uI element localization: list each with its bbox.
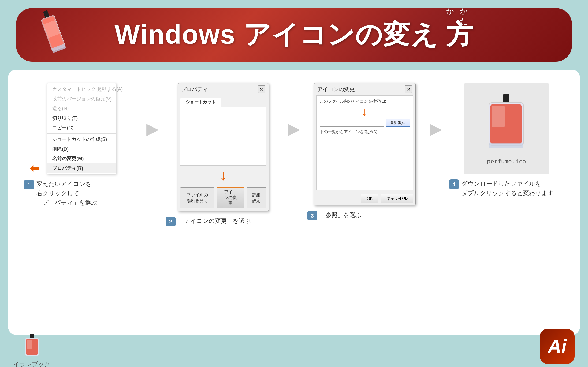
step-4-column: perfume.ico 4 ダウンロードしたファイルをダブルクリックすると変わり… [446,83,567,198]
search-label: このファイル内のアイコンを検索(L): [320,99,410,104]
step-1-column: カスタマートピック 起動する(A) 以前のバージョンの復元(V) 送る(N) 切… [21,83,142,208]
bottom-section: イラレブック Ai イラスト [0,335,588,367]
step-4-visual: perfume.ico [446,83,567,174]
arrow-3-4: ▶ [425,83,446,174]
step-1-visual: カスタマートピック 起動する(A) 以前のバージョンの復元(V) 送る(N) 切… [21,83,142,174]
menu-item-5: コピー(C) [47,123,116,133]
step-2-desc: 「アイコンの変更」を選ぶ [178,216,251,226]
change-icon-button[interactable]: アイコンの変更 [217,187,244,208]
svg-rect-8 [492,106,505,127]
dialog-title-2: プロパティ [181,86,208,93]
result-box: perfume.ico [464,83,549,174]
step-1-text: 1 変えたいアイコンを右クリックして「プロパティ」を選ぶ [21,179,142,208]
properties-dialog: プロパティ ✕ ショートカット ↓ ファイルの場所を開く アイコンの変更 詳細設… [178,83,269,211]
svg-rect-5 [503,94,509,103]
menu-item-properties[interactable]: プロパティ(R) ⬅ [47,163,116,173]
icon-ok-button[interactable]: OK [361,194,378,203]
step-2-number: 2 [166,217,176,226]
shortcut-tab[interactable]: ショートカット [180,98,221,107]
dialog-body-2 [180,107,266,166]
step-4-text: 4 ダウンロードしたファイルをダブルクリックすると変わります [446,179,567,198]
menu-item-2: 以前のバージョンの復元(V) [47,94,116,104]
step-2-column: プロパティ ✕ ショートカット ↓ ファイルの場所を開く アイコンの変更 詳細設… [163,83,284,226]
icon-list-area [320,136,410,184]
result-filename: perfume.ico [487,158,526,165]
dialog-titlebar-3: アイコンの変更 ✕ [314,83,415,95]
dialog-close-button-2[interactable]: ✕ [258,85,265,93]
open-location-button[interactable]: ファイルの場所を開く [180,187,214,208]
furigana-ka: か [446,8,458,27]
icon-dialog-footer: OK キャンセル [314,192,415,205]
menu-item-8: 名前の変更(M) [47,154,116,163]
step-4-desc: ダウンロードしたファイルをダブルクリックすると変わります [462,179,554,198]
bottom-perfume-icon [21,334,43,359]
main-content-area: カスタマートピック 起動する(A) 以前のバージョンの復元(V) 送る(N) 切… [8,70,580,335]
bottom-right-label: イラスト [545,365,570,367]
step-1-number: 1 [24,180,34,189]
step-1-desc: 変えたいアイコンを右クリックして「プロパティ」を選ぶ [36,179,97,208]
icon-cancel-button[interactable]: キャンセル [381,194,413,203]
arrow-right-icon-2: ▶ [288,119,300,138]
steps-container: カスタマートピック 起動する(A) 以前のバージョンの復元(V) 送る(N) 切… [21,83,567,321]
step-2-text: 2 「アイコンの変更」を選ぶ [163,216,284,226]
list-label: 下の一覧からアイコンを選択(S): [320,129,410,134]
header-banner: Windows アイコンの変え か かた 方 [16,8,572,62]
furigana-kata: かた [458,8,474,27]
svg-rect-9 [489,143,523,148]
dialog-tabs-2: ショートカット [178,95,269,107]
arrow-to-properties: ⬅ [29,161,40,175]
step-3-text: 3 「参照」を選ぶ [305,210,425,220]
menu-item-6: ショートカットの作成(S) [47,134,116,144]
menu-item-7: 削除(D) [47,144,116,154]
menu-item-3: 送る(N) [47,104,116,113]
menu-item-4: 切り取り(T) [47,113,116,123]
browse-button[interactable]: 参照(B)... [386,119,410,127]
step-3-number: 3 [307,211,317,220]
arrow-1-2: ▶ [142,83,163,174]
svg-rect-10 [30,334,34,338]
dialog-titlebar-2: プロパティ ✕ [178,83,269,95]
step-3-visual: アイコンの変更 ✕ このファイル内のアイコンを検索(L): ↓ 参照(B)...… [305,83,425,205]
arrow-right-icon-3: ▶ [430,119,442,138]
bottom-left: イラレブック [13,334,50,367]
step-4-number: 4 [449,179,459,189]
down-arrow-3: ↓ [320,106,410,118]
icon-path-input[interactable] [320,119,384,127]
perfume-bottle-result [480,92,533,154]
icon-dialog-body: このファイル内のアイコンを検索(L): ↓ 参照(B)... 下の一覧からアイコ… [316,95,413,190]
svg-rect-13 [27,340,32,349]
down-arrow-2: ↓ [178,168,269,182]
bottom-right: Ai イラスト [540,329,575,367]
bottom-left-label: イラレブック [13,360,50,367]
menu-item-1: カスタマートピック 起動する(A) [47,84,116,94]
icon-change-dialog: アイコンの変更 ✕ このファイル内のアイコンを検索(L): ↓ 参照(B)...… [314,83,416,205]
ai-badge: Ai [540,329,575,364]
ai-logo-text: Ai [548,337,567,356]
step-3-desc: 「参照」を選ぶ [320,210,362,220]
step-3-column: アイコンの変更 ✕ このファイル内のアイコンを検索(L): ↓ 参照(B)...… [305,83,425,220]
dialog-close-button-3[interactable]: ✕ [405,85,412,93]
menu-separator [47,133,116,134]
icon-search-row: 参照(B)... [320,119,410,127]
header-title: Windows アイコンの変え か かた 方 [114,17,474,53]
arrow-right-icon-1: ▶ [146,119,159,138]
dialog-title-3: アイコンの変更 [317,86,355,93]
dialog-footer-2: ファイルの場所を開く アイコンの変更 詳細設定 [178,185,269,211]
context-menu: カスタマートピック 起動する(A) 以前のバージョンの復元(V) 送る(N) 切… [47,83,116,174]
advanced-settings-button[interactable]: 詳細設定 [247,187,266,208]
step-2-visual: プロパティ ✕ ショートカット ↓ ファイルの場所を開く アイコンの変更 詳細設… [163,83,284,211]
header-perfume-icon [23,8,85,62]
arrow-2-3: ▶ [283,83,305,174]
